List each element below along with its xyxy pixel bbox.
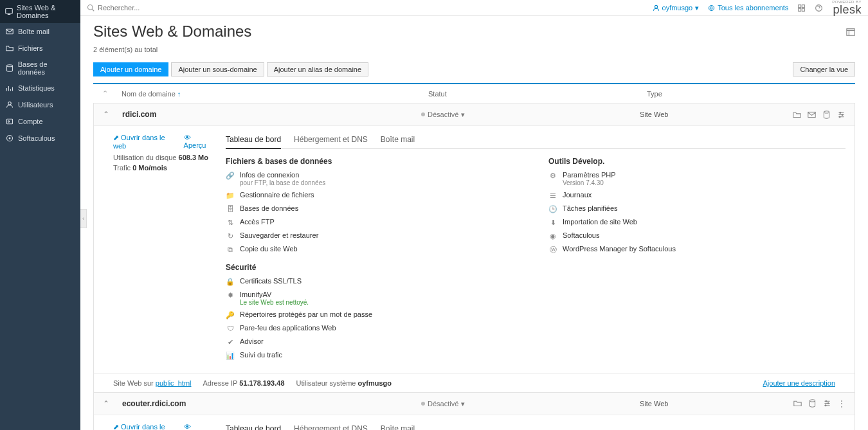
- tool-waf[interactable]: 🛡Pare-feu des applications Web: [226, 324, 523, 333]
- add-domain-button[interactable]: Ajouter un domaine: [93, 62, 168, 76]
- collapse-icon[interactable]: ⌃: [103, 399, 122, 408]
- col-domain[interactable]: Nom de domaine ↑: [122, 90, 428, 98]
- subscriptions-label: Tous les abonnements: [718, 4, 788, 12]
- ip-address: Adresse IP 51.178.193.48: [203, 379, 284, 387]
- sidebar-item-users[interactable]: Utilisateurs: [0, 96, 80, 113]
- tool-advisor[interactable]: ✔Advisor: [226, 337, 523, 346]
- tool-php[interactable]: ⚙Paramètres PHPVersion 7.4.30: [548, 171, 845, 186]
- tool-file-manager[interactable]: 📁Gestionnaire de fichiers: [226, 191, 523, 200]
- svg-rect-17: [808, 112, 815, 117]
- domain-name[interactable]: rdici.com: [122, 110, 421, 119]
- sidebar-item-account[interactable]: Compte: [0, 113, 80, 130]
- add-description-link[interactable]: Ajouter une description: [763, 379, 835, 387]
- svg-point-23: [826, 400, 827, 402]
- tool-protected-dirs[interactable]: 🔑Répertoires protégés par un mot de pass…: [226, 310, 523, 319]
- tool-import[interactable]: ⬇Importation de site Web: [548, 218, 845, 227]
- tool-ssl[interactable]: 🔒Certificats SSL/TLS: [226, 277, 523, 286]
- svg-point-24: [827, 403, 829, 404]
- more-icon[interactable]: ⋮: [838, 399, 845, 408]
- domain-row[interactable]: ⌃ rdici.com Désactivé▾ Site Web: [94, 103, 854, 126]
- sidebar-item-label: Bases de données: [18, 60, 75, 76]
- sidebar-item-label: Fichiers: [18, 44, 43, 52]
- open-web-link[interactable]: ⬈ Ouvrir dans le web: [113, 423, 176, 430]
- tool-traffic[interactable]: 📊Suivi du trafic: [226, 351, 523, 360]
- settings-icon[interactable]: [823, 399, 831, 408]
- tool-connection-info[interactable]: 🔗Infos de connexionpour FTP, la base de …: [226, 171, 523, 186]
- ftp-icon: ⇅: [226, 218, 235, 227]
- tab-mail[interactable]: Boîte mail: [381, 134, 415, 148]
- sidebar-item-label: Softaculous: [18, 134, 55, 142]
- lock-icon: 🔒: [226, 277, 235, 286]
- settings-icon[interactable]: [837, 111, 845, 119]
- traffic-usage: Trafic 0 Mo/mois: [113, 164, 213, 172]
- tool-softaculous[interactable]: ◉Softaculous: [548, 231, 845, 240]
- subscriptions-link[interactable]: Tous les abonnements: [708, 4, 788, 12]
- tab-hosting[interactable]: Hébergement et DNS: [294, 423, 368, 430]
- status-dot-icon: [421, 402, 425, 406]
- domain-card: ⌃ rdici.com Désactivé▾ Site Web ⬈ Ouvrir: [93, 103, 855, 393]
- softaculous-icon: ◉: [548, 231, 557, 240]
- sidebar-item-mail[interactable]: Boîte mail: [0, 23, 80, 40]
- user-menu[interactable]: oyfmusgo ▾: [653, 4, 700, 12]
- advisor-icon: ✔: [226, 337, 235, 346]
- sidebar-item-stats[interactable]: Statistiques: [0, 80, 80, 96]
- expand-all-icon[interactable]: ⌃: [102, 89, 122, 98]
- tool-logs[interactable]: ☰Journaux: [548, 191, 845, 200]
- add-alias-button[interactable]: Ajouter un alias de domaine: [267, 62, 368, 76]
- folder-icon: [5, 44, 14, 53]
- section-security-title: Sécurité: [226, 263, 523, 272]
- col-status[interactable]: Statut: [428, 90, 647, 98]
- tab-mail[interactable]: Boîte mail: [381, 423, 415, 430]
- files-icon[interactable]: [793, 399, 802, 408]
- collapse-icon[interactable]: ⌃: [103, 110, 122, 119]
- domain-status[interactable]: Désactivé▾: [421, 400, 640, 408]
- svg-rect-0: [6, 9, 13, 14]
- sidebar-item-websites[interactable]: Sites Web & Domaines: [0, 0, 80, 23]
- add-subdomain-button[interactable]: Ajouter un sous-domaine: [171, 62, 264, 76]
- user-name: oyfmusgo: [662, 4, 693, 12]
- preview-link[interactable]: 👁 Aperçu: [184, 423, 213, 430]
- preview-link[interactable]: 👁 Aperçu: [184, 134, 213, 150]
- col-type[interactable]: Type: [647, 90, 788, 98]
- tool-ftp[interactable]: ⇅Accès FTP: [226, 218, 523, 227]
- search-input[interactable]: [98, 4, 226, 12]
- database-icon[interactable]: [808, 399, 817, 408]
- disk-usage: Utilisation du disque 608.3 Mo: [113, 154, 213, 161]
- layout-icon[interactable]: [846, 22, 855, 37]
- open-web-link[interactable]: ⬈ Ouvrir dans le web: [113, 134, 176, 150]
- files-icon[interactable]: [793, 111, 801, 119]
- tool-copy-site[interactable]: ⧉Copie du site Web: [226, 245, 523, 254]
- tool-imunify[interactable]: ✸ImunifyAVLe site Web est nettoyé.: [226, 291, 523, 306]
- svg-rect-1: [6, 29, 14, 34]
- import-icon: ⬇: [548, 218, 557, 227]
- topbar: oyfmusgo ▾ Tous les abonnements POWERED …: [80, 0, 868, 16]
- wordpress-icon: ⓦ: [548, 245, 557, 254]
- tool-backup[interactable]: ↻Sauvegarder et restaurer: [226, 231, 523, 240]
- domain-status[interactable]: Désactivé▾: [421, 111, 640, 119]
- tool-wp-manager[interactable]: ⓦWordPress Manager by Softaculous: [548, 245, 845, 254]
- tool-databases[interactable]: 🗄Bases de données: [226, 204, 523, 213]
- sidebar-item-label: Statistiques: [18, 84, 55, 92]
- tool-scheduled[interactable]: 🕒Tâches planifiées: [548, 204, 845, 213]
- domain-type: Site Web: [640, 111, 781, 118]
- sidebar-item-softaculous[interactable]: Softaculous: [0, 130, 80, 147]
- svg-point-2: [6, 65, 12, 67]
- extensions-icon[interactable]: [797, 4, 806, 12]
- sidebar: Sites Web & Domaines Boîte mail Fichiers…: [0, 0, 80, 430]
- help-icon[interactable]: [815, 4, 823, 12]
- path-link[interactable]: public_html: [156, 379, 192, 387]
- domain-row[interactable]: ⌃ ecouter.rdici.com Désactivé▾ Site Web …: [94, 393, 854, 415]
- sidebar-item-databases[interactable]: Bases de données: [0, 57, 80, 80]
- sidebar-item-files[interactable]: Fichiers: [0, 40, 80, 57]
- tab-dashboard[interactable]: Tableau de bord: [226, 423, 281, 430]
- change-view-button[interactable]: Changer la vue: [793, 62, 855, 76]
- tab-hosting[interactable]: Hébergement et DNS: [294, 134, 368, 148]
- domain-name[interactable]: ecouter.rdici.com: [122, 399, 421, 408]
- mail-icon[interactable]: [808, 111, 816, 119]
- svg-rect-16: [847, 29, 854, 36]
- search-icon: [87, 4, 95, 12]
- tab-dashboard[interactable]: Tableau de bord: [226, 134, 281, 149]
- database-icon[interactable]: [822, 111, 831, 119]
- sidebar-collapse-handle[interactable]: ‹: [80, 209, 87, 228]
- section-files-title: Fichiers & bases de données: [226, 157, 523, 166]
